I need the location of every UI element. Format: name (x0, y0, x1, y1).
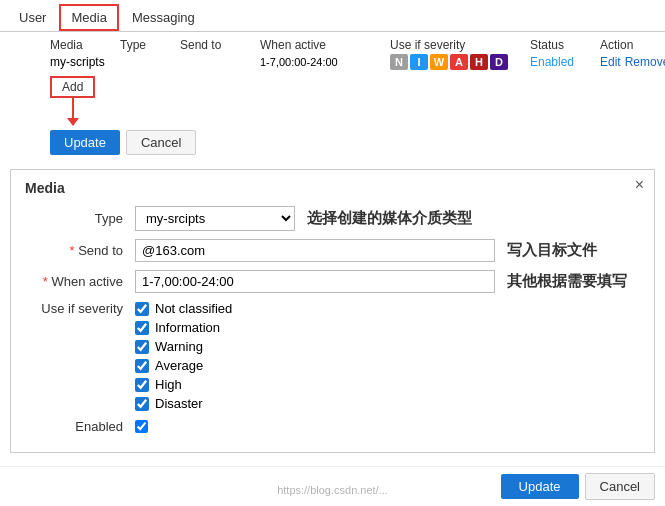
action-buttons: Update Cancel (50, 130, 655, 155)
col-header-action: Action (600, 38, 665, 52)
type-select[interactable]: my-srcipts (135, 206, 295, 231)
severity-high[interactable]: High (135, 377, 232, 392)
tab-user[interactable]: User (8, 5, 57, 30)
tab-media[interactable]: Media (59, 4, 118, 31)
media-form: Media × Type my-srcipts 选择创建的媒体介质类型 Send… (10, 169, 655, 453)
when-row: When active 其他根据需要填写 (25, 270, 640, 293)
check-warning[interactable] (135, 340, 149, 354)
form-title: Media (25, 180, 640, 196)
arrow-head (67, 118, 79, 126)
severity-not-classified-label: Not classified (155, 301, 232, 316)
add-section: Add (10, 74, 655, 126)
severity-disaster-label: Disaster (155, 396, 203, 411)
severity-average[interactable]: Average (135, 358, 232, 373)
tab-messaging[interactable]: Messaging (121, 5, 206, 30)
col-header-severity: Use if severity (390, 38, 530, 52)
severity-warning-label: Warning (155, 339, 203, 354)
table-row: my-scripts 1-7,00:00-24:00 N I W A H D E… (10, 54, 655, 70)
badge-h: H (470, 54, 488, 70)
enabled-label: Enabled (25, 419, 135, 434)
cancel-button-top[interactable]: Cancel (126, 130, 196, 155)
severity-warning[interactable]: Warning (135, 339, 232, 354)
row-severity-badges: N I W A H D (390, 54, 530, 70)
severity-row: Use if severity Not classified Informati… (25, 301, 640, 411)
edit-link[interactable]: Edit (600, 55, 621, 69)
row-when: 1-7,00:00-24:00 (260, 56, 390, 68)
enabled-check (135, 420, 148, 433)
add-button[interactable]: Add (50, 76, 95, 98)
sendto-input[interactable] (135, 239, 495, 262)
col-header-media: Media (50, 38, 120, 52)
page-wrapper: User Media Messaging Media Type Send to … (0, 0, 665, 506)
badge-i: I (410, 54, 428, 70)
update-button-bottom[interactable]: Update (501, 474, 579, 499)
close-icon[interactable]: × (635, 176, 644, 194)
row-media: my-scripts (50, 55, 120, 69)
when-label: When active (25, 274, 135, 289)
severity-group: Not classified Information Warning Avera… (135, 301, 232, 411)
col-header-when: When active (260, 38, 390, 52)
severity-information[interactable]: Information (135, 320, 232, 335)
badge-d: D (490, 54, 508, 70)
severity-high-label: High (155, 377, 182, 392)
row-action: Edit Remove (600, 55, 665, 69)
arrow-line (72, 98, 74, 118)
bottom-bar: https://blog.csdn.net/... Update Cancel (0, 466, 665, 506)
type-hint: 选择创建的媒体介质类型 (307, 209, 472, 228)
enabled-row: Enabled (25, 419, 640, 434)
remove-link[interactable]: Remove (625, 55, 665, 69)
col-header-status: Status (530, 38, 600, 52)
severity-average-label: Average (155, 358, 203, 373)
red-arrow (67, 98, 79, 126)
watermark: https://blog.csdn.net/... (277, 484, 388, 496)
severity-not-classified[interactable]: Not classified (135, 301, 232, 316)
when-hint: 其他根据需要填写 (507, 272, 627, 291)
top-nav: User Media Messaging (0, 0, 665, 32)
when-input[interactable] (135, 270, 495, 293)
update-button-top[interactable]: Update (50, 130, 120, 155)
badge-n: N (390, 54, 408, 70)
type-label: Type (25, 211, 135, 226)
badge-w: W (430, 54, 448, 70)
badge-a: A (450, 54, 468, 70)
check-high[interactable] (135, 378, 149, 392)
table-header: Media Type Send to When active Use if se… (10, 38, 655, 52)
sendto-hint: 写入目标文件 (507, 241, 597, 260)
check-average[interactable] (135, 359, 149, 373)
row-status: Enabled (530, 55, 600, 69)
check-information[interactable] (135, 321, 149, 335)
media-table-section: Media Type Send to When active Use if se… (0, 32, 665, 161)
cancel-button-bottom[interactable]: Cancel (585, 473, 655, 500)
check-not-classified[interactable] (135, 302, 149, 316)
col-header-type: Type (120, 38, 180, 52)
sendto-row: Send to 写入目标文件 (25, 239, 640, 262)
severity-disaster[interactable]: Disaster (135, 396, 232, 411)
type-row: Type my-srcipts 选择创建的媒体介质类型 (25, 206, 640, 231)
enabled-checkbox[interactable] (135, 420, 148, 433)
severity-information-label: Information (155, 320, 220, 335)
col-header-sendto: Send to (180, 38, 260, 52)
check-disaster[interactable] (135, 397, 149, 411)
add-btn-wrapper: Add (50, 76, 95, 98)
severity-label: Use if severity (25, 301, 135, 316)
sendto-label: Send to (25, 243, 135, 258)
